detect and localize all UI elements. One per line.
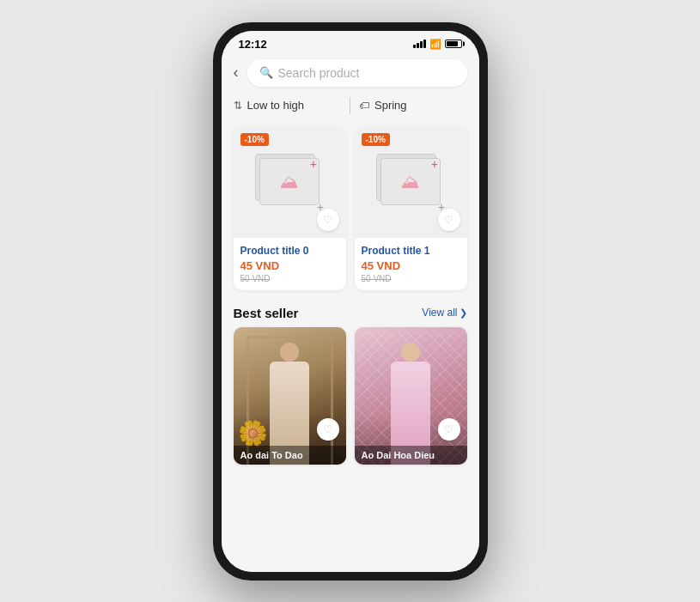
product-price-0: 45 VND bbox=[240, 259, 339, 272]
discount-badge-1: -10% bbox=[362, 133, 390, 146]
product-title-1: Product title 1 bbox=[362, 245, 460, 257]
product-original-price-0: 50 VND bbox=[240, 274, 339, 283]
category-filter[interactable]: 🏷 Spring bbox=[350, 99, 467, 112]
bestseller-title: Best seller bbox=[234, 306, 299, 320]
person-head-0 bbox=[280, 343, 299, 362]
product-original-price-1: 50 VND bbox=[362, 274, 460, 283]
product-grid: -10% ⛰ + + ♡ bbox=[222, 119, 479, 297]
wishlist-button-0[interactable]: ♡ bbox=[317, 209, 339, 231]
sort-filter[interactable]: ⇅ Low to high bbox=[234, 99, 350, 112]
tag-icon: 🏷 bbox=[359, 100, 369, 112]
category-label: Spring bbox=[374, 99, 407, 112]
battery-icon bbox=[445, 40, 462, 48]
image-placeholder-0: ⛰ + + bbox=[255, 154, 324, 210]
product-card-0: -10% ⛰ + + ♡ bbox=[234, 126, 346, 290]
heart-icon-1: ♡ bbox=[444, 214, 453, 226]
bestseller-name-1: Ao Dai Hoa Dieu bbox=[355, 446, 467, 465]
bestseller-grid: 🌼 ♡ Ao dai To Dao bbox=[222, 327, 479, 477]
status-bar: 12:12 📶 bbox=[222, 31, 479, 54]
product-info-0: Product title 0 45 VND 50 VND bbox=[234, 238, 346, 290]
product-card-1: -10% ⛰ + + ♡ bbox=[355, 126, 467, 290]
wishlist-button-1[interactable]: ♡ bbox=[438, 209, 460, 231]
bestseller-image-1 bbox=[355, 327, 467, 465]
image-frame-0: ⛰ + bbox=[259, 158, 320, 205]
filter-bar: ⇅ Low to high 🏷 Spring bbox=[222, 92, 479, 119]
phone-screen: 12:12 📶 ‹ 🔍 Search product bbox=[222, 31, 479, 572]
bestseller-image-0: 🌼 bbox=[234, 327, 346, 465]
bestseller-wishlist-1[interactable]: ♡ bbox=[438, 418, 460, 441]
product-title-0: Product title 0 bbox=[240, 245, 339, 257]
image-frame-1: ⛰ + bbox=[380, 158, 441, 205]
mountain-icon-0: ⛰ bbox=[280, 173, 299, 192]
scroll-content: -10% ⛰ + + ♡ bbox=[222, 119, 479, 572]
sort-icon: ⇅ bbox=[234, 100, 242, 112]
view-all-label: View all bbox=[422, 307, 457, 319]
bestseller-name-0: Ao dai To Dao bbox=[234, 446, 346, 465]
phone-frame: 12:12 📶 ‹ 🔍 Search product bbox=[213, 22, 488, 581]
bestseller-card-1: ♡ Ao Dai Hoa Dieu bbox=[355, 327, 467, 465]
discount-badge-0: -10% bbox=[240, 133, 269, 146]
mountain-icon-1: ⛰ bbox=[401, 173, 420, 192]
heart-icon-bs-0: ♡ bbox=[323, 423, 332, 435]
person-head-1 bbox=[401, 343, 420, 362]
product-info-1: Product title 1 45 VND 50 VND bbox=[355, 238, 467, 290]
bestseller-card-0: 🌼 ♡ Ao dai To Dao bbox=[234, 327, 346, 465]
view-all-button[interactable]: View all ❯ bbox=[422, 307, 466, 319]
heart-icon-0: ♡ bbox=[323, 214, 332, 226]
wifi-icon: 📶 bbox=[429, 39, 441, 50]
status-icons: 📶 bbox=[413, 39, 462, 50]
search-box[interactable]: 🔍 Search product bbox=[247, 59, 467, 87]
signal-icon bbox=[413, 40, 426, 48]
bestseller-wishlist-0[interactable]: ♡ bbox=[317, 418, 339, 441]
plus-cross-1: + bbox=[431, 157, 438, 171]
back-arrow-icon[interactable]: ‹ bbox=[234, 64, 239, 82]
sort-label: Low to high bbox=[247, 99, 305, 112]
search-icon: 🔍 bbox=[259, 66, 273, 79]
chevron-right-icon: ❯ bbox=[460, 307, 467, 319]
plus-cross-0: + bbox=[310, 157, 317, 171]
bestseller-header: Best seller View all ❯ bbox=[222, 297, 479, 327]
status-time: 12:12 bbox=[239, 38, 267, 51]
search-area: ‹ 🔍 Search product bbox=[222, 54, 479, 92]
image-placeholder-1: ⛰ + + bbox=[376, 154, 445, 210]
flower-decor-0: 🌼 bbox=[238, 419, 268, 447]
heart-icon-bs-1: ♡ bbox=[444, 423, 453, 435]
product-price-1: 45 VND bbox=[362, 259, 460, 272]
search-placeholder: Search product bbox=[278, 66, 360, 80]
